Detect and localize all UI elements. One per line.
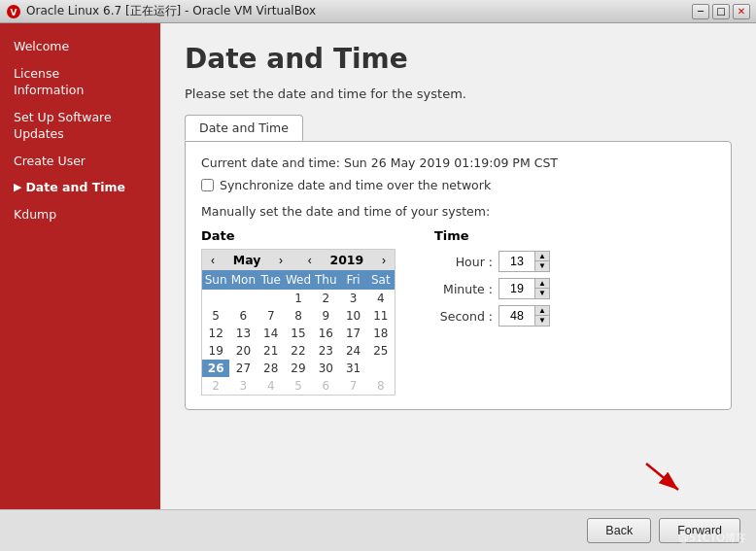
main-window: Welcome LicenseInformation Set Up Softwa… bbox=[0, 23, 756, 551]
prev-month-button[interactable]: ‹ bbox=[208, 254, 218, 267]
minute-spinners: ▲ ▼ bbox=[534, 279, 549, 298]
minute-input-wrap: ▲ ▼ bbox=[498, 278, 550, 299]
weekday-tue: Tue bbox=[258, 270, 285, 290]
calendar-day[interactable]: 29 bbox=[285, 360, 312, 377]
minute-label: Minute : bbox=[434, 282, 493, 296]
content-area: Welcome LicenseInformation Set Up Softwa… bbox=[0, 23, 756, 509]
calendar-day[interactable]: 3 bbox=[229, 377, 257, 395]
calendar-grid: Sun Mon Tue Wed Thu Fri Sat bbox=[202, 270, 395, 395]
bottom-bar: Back Forward bbox=[0, 509, 756, 551]
calendar-day[interactable]: 24 bbox=[339, 342, 366, 360]
second-input[interactable] bbox=[499, 307, 534, 325]
calendar-day[interactable]: 4 bbox=[258, 377, 285, 395]
minute-up-button[interactable]: ▲ bbox=[535, 279, 549, 289]
calendar-day[interactable]: 25 bbox=[367, 342, 395, 360]
forward-button[interactable]: Forward bbox=[659, 518, 740, 543]
hour-input[interactable] bbox=[499, 253, 534, 270]
second-up-button[interactable]: ▲ bbox=[535, 306, 549, 316]
calendar-day[interactable]: 28 bbox=[258, 360, 285, 377]
restore-button[interactable]: □ bbox=[712, 4, 730, 19]
calendar-day[interactable]: 7 bbox=[258, 307, 285, 325]
current-time-value: Sun 26 May 2019 01:19:09 PM CST bbox=[344, 155, 558, 170]
sidebar-item-welcome[interactable]: Welcome bbox=[0, 33, 160, 60]
calendar-day[interactable]: 13 bbox=[229, 325, 257, 342]
hour-input-wrap: ▲ ▼ bbox=[498, 251, 550, 272]
calendar-day[interactable]: 2 bbox=[312, 290, 339, 307]
hour-down-button[interactable]: ▼ bbox=[535, 261, 549, 271]
time-section: Time Hour : ▲ ▼ bbox=[434, 228, 550, 332]
calendar-day[interactable]: 2 bbox=[202, 377, 229, 395]
tab-date-time[interactable]: Date and Time bbox=[185, 115, 303, 141]
weekday-mon: Mon bbox=[229, 270, 257, 290]
sidebar: Welcome LicenseInformation Set Up Softwa… bbox=[0, 23, 160, 509]
calendar-day[interactable]: 18 bbox=[367, 325, 395, 342]
sidebar-item-setup[interactable]: Set Up SoftwareUpdates bbox=[0, 104, 160, 148]
sync-checkbox[interactable] bbox=[201, 179, 214, 191]
sidebar-item-kdump[interactable]: Kdump bbox=[0, 201, 160, 228]
calendar-day[interactable]: 8 bbox=[367, 377, 395, 395]
calendar-day bbox=[367, 360, 395, 377]
calendar-day[interactable]: 11 bbox=[367, 307, 395, 325]
second-input-wrap: ▲ ▼ bbox=[498, 305, 550, 327]
sidebar-item-license[interactable]: LicenseInformation bbox=[0, 60, 160, 104]
calendar-day[interactable]: 16 bbox=[312, 325, 339, 342]
date-section-label: Date bbox=[201, 228, 395, 243]
active-arrow-icon: ▶ bbox=[14, 180, 21, 194]
calendar-day[interactable]: 22 bbox=[285, 342, 312, 360]
calendar-day[interactable]: 9 bbox=[312, 307, 339, 325]
calendar-day[interactable]: 8 bbox=[285, 307, 312, 325]
calendar-day[interactable]: 15 bbox=[285, 325, 312, 342]
date-time-container: Date ‹ May › ‹ 2019 › bbox=[201, 228, 715, 396]
hour-label: Hour : bbox=[434, 255, 493, 269]
next-month-button[interactable]: › bbox=[276, 254, 286, 267]
calendar-section: Date ‹ May › ‹ 2019 › bbox=[201, 228, 395, 396]
calendar-day[interactable]: 4 bbox=[367, 290, 395, 307]
minute-input[interactable] bbox=[499, 280, 534, 297]
calendar-day[interactable]: 12 bbox=[202, 325, 229, 342]
manual-label: Manually set the date and time of your s… bbox=[201, 204, 715, 219]
calendar-day[interactable]: 10 bbox=[339, 307, 366, 325]
second-down-button[interactable]: ▼ bbox=[535, 316, 549, 326]
hour-spinners: ▲ ▼ bbox=[534, 252, 549, 271]
calendar-day[interactable]: 3 bbox=[339, 290, 366, 307]
calendar-day[interactable]: 19 bbox=[202, 342, 229, 360]
sidebar-item-create-user[interactable]: Create User bbox=[0, 148, 160, 175]
back-button[interactable]: Back bbox=[587, 518, 651, 543]
svg-text:V: V bbox=[11, 8, 17, 17]
calendar-day[interactable]: 30 bbox=[312, 360, 339, 377]
minimize-button[interactable]: ─ bbox=[692, 4, 709, 19]
weekday-wed: Wed bbox=[285, 270, 312, 290]
time-section-label: Time bbox=[434, 228, 550, 243]
calendar-day[interactable]: 14 bbox=[258, 325, 285, 342]
sync-row: Synchronize date and time over the netwo… bbox=[201, 178, 715, 192]
window-controls: ─ □ ✕ bbox=[692, 4, 750, 19]
close-button[interactable]: ✕ bbox=[733, 4, 750, 19]
calendar-day[interactable]: 21 bbox=[258, 342, 285, 360]
hour-up-button[interactable]: ▲ bbox=[535, 252, 549, 261]
calendar-day[interactable]: 23 bbox=[312, 342, 339, 360]
sidebar-item-label: LicenseInformation bbox=[14, 65, 84, 99]
minute-down-button[interactable]: ▼ bbox=[535, 289, 549, 298]
calendar-day[interactable]: 17 bbox=[339, 325, 366, 342]
calendar-day[interactable]: 20 bbox=[229, 342, 257, 360]
calendar-day[interactable]: 27 bbox=[229, 360, 257, 377]
calendar-day[interactable]: 1 bbox=[285, 290, 312, 307]
calendar-day[interactable]: 7 bbox=[339, 377, 366, 395]
second-row: Second : ▲ ▼ bbox=[434, 305, 550, 327]
calendar-day[interactable]: 6 bbox=[312, 377, 339, 395]
sidebar-item-label: Kdump bbox=[14, 206, 56, 224]
main-panel: Date and Time Please set the date and ti… bbox=[160, 23, 756, 509]
prev-year-button[interactable]: ‹ bbox=[305, 254, 315, 267]
calendar-day[interactable]: 26 bbox=[202, 360, 229, 377]
calendar-day[interactable]: 6 bbox=[229, 307, 257, 325]
sync-label[interactable]: Synchronize date and time over the netwo… bbox=[220, 178, 491, 192]
calendar-day bbox=[202, 290, 229, 307]
page-title: Date and Time bbox=[185, 43, 732, 75]
calendar-day[interactable]: 31 bbox=[339, 360, 366, 377]
next-year-button[interactable]: › bbox=[379, 254, 389, 267]
window-title: Oracle Linux 6.7 [正在运行] - Oracle VM Virt… bbox=[26, 3, 692, 19]
calendar-day[interactable]: 5 bbox=[202, 307, 229, 325]
calendar-day[interactable]: 5 bbox=[285, 377, 312, 395]
sidebar-item-date-time[interactable]: ▶ Date and Time bbox=[0, 174, 160, 201]
tab-content: Current date and time: Sun 26 May 2019 0… bbox=[185, 141, 732, 410]
